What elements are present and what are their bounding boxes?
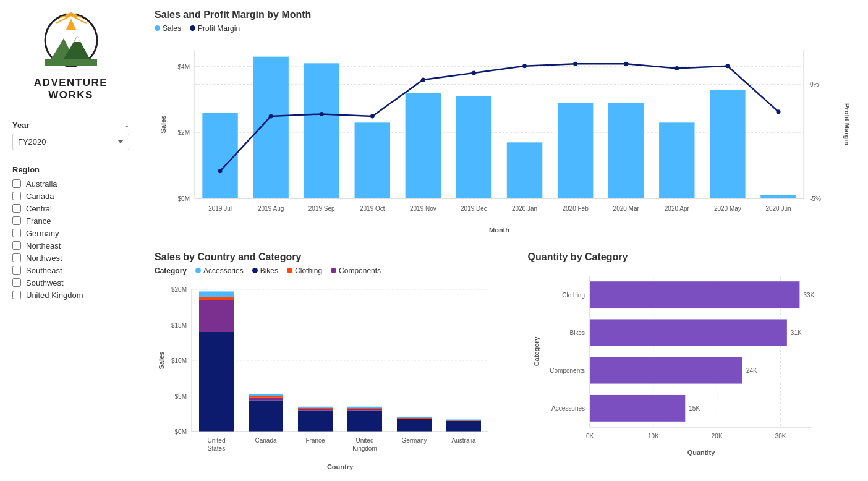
- region-label-text: Region: [12, 165, 129, 174]
- svg-rect-94: [397, 417, 432, 418]
- region-checkbox-northeast[interactable]: [12, 241, 21, 250]
- region-checkbox-australia[interactable]: [12, 179, 21, 188]
- svg-rect-95: [446, 421, 481, 432]
- region-checkbox-united-kingdom[interactable]: [12, 291, 21, 299]
- year-label-text: Year: [12, 121, 29, 130]
- logo-text: Adventure Works: [34, 77, 108, 102]
- region-item-germany: Germany: [12, 229, 129, 238]
- svg-marker-11: [74, 36, 80, 42]
- svg-text:Accessories: Accessories: [551, 405, 585, 412]
- svg-rect-27: [406, 93, 441, 198]
- svg-text:Profit Margin: Profit Margin: [843, 103, 851, 145]
- region-item-central: Central: [12, 204, 129, 213]
- sidebar: Adventure Works Year ⌄ FY2020 FY2019 FY2…: [0, 0, 142, 481]
- svg-rect-32: [659, 122, 694, 198]
- svg-rect-78: [199, 291, 234, 297]
- svg-text:$0M: $0M: [175, 428, 187, 435]
- region-checkbox-southwest[interactable]: [12, 278, 21, 287]
- svg-rect-28: [456, 96, 491, 198]
- sales-country-svg: $0M$5M$10M$15M$20MUnitedStatesCanadaFran…: [155, 280, 501, 472]
- svg-rect-23: [202, 113, 237, 198]
- sales-profit-svg: $0M$2M$4M0%-5%2019 Jul2019 Aug2019 Sep20…: [155, 38, 853, 236]
- region-list: AustraliaCanadaCentralFranceGermanyNorth…: [12, 179, 129, 300]
- svg-text:United: United: [208, 437, 226, 444]
- bottom-charts-row: Sales by Country and Category Category A…: [155, 252, 856, 472]
- svg-rect-30: [558, 103, 593, 198]
- svg-rect-34: [760, 195, 796, 198]
- svg-text:31K: 31K: [790, 330, 801, 336]
- region-item-southeast: Southeast: [12, 266, 129, 275]
- svg-rect-87: [347, 411, 382, 432]
- svg-text:$0M: $0M: [178, 195, 190, 202]
- region-item-southwest: Southwest: [12, 278, 129, 287]
- svg-text:2020 May: 2020 May: [714, 205, 741, 212]
- region-checkbox-southeast[interactable]: [12, 266, 21, 275]
- svg-rect-25: [304, 63, 339, 198]
- svg-point-43: [624, 62, 628, 66]
- sales-country-chart-title: Sales by Country and Category: [155, 252, 516, 263]
- svg-rect-29: [507, 142, 542, 198]
- svg-text:Country: Country: [327, 463, 354, 470]
- region-checkbox-northwest[interactable]: [12, 253, 21, 262]
- svg-text:$2M: $2M: [178, 129, 190, 136]
- svg-rect-98: [446, 419, 481, 420]
- svg-rect-81: [249, 396, 283, 398]
- svg-text:2020 Jan: 2020 Jan: [512, 205, 537, 212]
- svg-text:2019 Nov: 2019 Nov: [410, 205, 436, 212]
- region-checkbox-france[interactable]: [12, 216, 21, 225]
- svg-point-38: [370, 114, 375, 119]
- svg-point-35: [218, 169, 223, 173]
- svg-point-37: [320, 112, 324, 116]
- region-checkbox-central[interactable]: [12, 204, 21, 213]
- year-filter-label: Year ⌄: [12, 121, 129, 130]
- accessories-legend: Accessories: [195, 266, 244, 275]
- year-filter-section: Year ⌄ FY2020 FY2019 FY2021: [0, 114, 142, 156]
- svg-text:Sales: Sales: [160, 116, 167, 134]
- svg-rect-31: [608, 103, 644, 198]
- svg-text:20K: 20K: [711, 433, 722, 440]
- svg-text:30K: 30K: [775, 433, 786, 440]
- svg-rect-82: [249, 394, 283, 396]
- category-legend: Category Accessories Bikes Clothing Comp…: [155, 266, 516, 275]
- svg-text:Australia: Australia: [452, 437, 476, 444]
- profit-legend-item: Profit Margin: [190, 24, 240, 33]
- svg-point-41: [522, 64, 527, 68]
- region-item-northeast: Northeast: [12, 241, 129, 250]
- svg-text:Quantity: Quantity: [687, 449, 715, 456]
- svg-text:Canada: Canada: [255, 437, 276, 444]
- year-select[interactable]: FY2020 FY2019 FY2021: [12, 134, 129, 150]
- sales-profit-chart-container: Sales and Profit Margin by Month Sales P…: [155, 9, 856, 245]
- svg-point-40: [472, 70, 476, 75]
- svg-text:$10M: $10M: [171, 357, 187, 364]
- quantity-category-svg: 0K10K20K30K33KClothing31KBikes24KCompone…: [528, 266, 849, 458]
- region-item-australia: Australia: [12, 179, 129, 189]
- region-checkbox-germany[interactable]: [12, 229, 21, 237]
- region-item-united-kingdom: United Kingdom: [12, 291, 129, 300]
- svg-text:2019 Aug: 2019 Aug: [258, 205, 284, 212]
- region-checkbox-canada[interactable]: [12, 192, 21, 200]
- svg-point-42: [573, 62, 577, 66]
- quantity-category-chart-container: Quantity by Category 0K10K20K30K33KCloth…: [528, 252, 856, 472]
- sales-legend-item: Sales: [155, 24, 181, 33]
- svg-rect-77: [199, 297, 234, 300]
- svg-rect-119: [590, 281, 799, 308]
- svg-rect-128: [590, 395, 685, 422]
- svg-text:Germany: Germany: [401, 437, 427, 444]
- svg-text:10K: 10K: [647, 433, 658, 440]
- svg-text:2020 Apr: 2020 Apr: [665, 205, 690, 212]
- svg-rect-33: [710, 90, 745, 198]
- sales-profit-legend: Sales Profit Margin: [155, 24, 856, 33]
- svg-marker-8: [66, 19, 76, 30]
- svg-rect-89: [347, 408, 382, 409]
- svg-text:Category: Category: [533, 336, 540, 367]
- bikes-legend: Bikes: [252, 266, 278, 275]
- svg-text:-5%: -5%: [810, 195, 821, 202]
- region-filter-section: Region AustraliaCanadaCentralFranceGerma…: [0, 156, 142, 312]
- svg-text:$15M: $15M: [171, 322, 187, 329]
- svg-text:2020 Feb: 2020 Feb: [562, 205, 589, 212]
- svg-point-46: [776, 109, 780, 114]
- svg-rect-84: [298, 409, 333, 410]
- svg-text:Kingdom: Kingdom: [352, 445, 377, 452]
- svg-point-44: [674, 66, 679, 70]
- svg-text:2020 Jun: 2020 Jun: [765, 205, 791, 212]
